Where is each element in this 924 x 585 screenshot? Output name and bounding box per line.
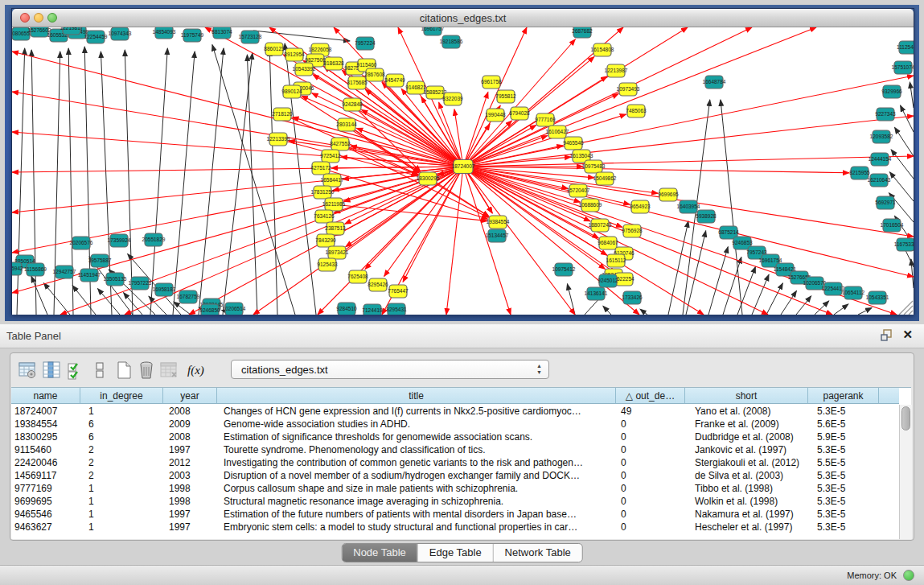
graph-node[interactable]: 16958187: [153, 283, 176, 296]
graph-node[interactable]: 19575887: [88, 254, 112, 267]
graph-node[interactable]: 9684067: [598, 237, 618, 249]
table-settings-icon[interactable]: [17, 360, 38, 381]
graph-node[interactable]: 16106427: [546, 126, 569, 138]
table-row[interactable]: 977716911998Corpus callosum shape and si…: [11, 482, 890, 495]
graph-node[interactable]: 8427552: [330, 138, 351, 150]
graph-node[interactable]: 17359924: [108, 234, 131, 247]
column-header-year[interactable]: year: [163, 388, 217, 404]
graph-node[interactable]: 8813074: [211, 27, 232, 39]
graph-node[interactable]: 7765447: [388, 285, 409, 298]
graph-node[interactable]: 2387513: [325, 222, 346, 235]
delete-table-icon[interactable]: [158, 360, 179, 381]
table-row[interactable]: 1456911722003Disruption of a novel membe…: [11, 469, 890, 482]
table-scrollbar[interactable]: [899, 405, 912, 539]
graph-node[interactable]: 12942757: [53, 266, 76, 278]
graph-node[interactable]: 19384554: [487, 216, 510, 229]
graph-node[interactable]: 9246850: [199, 304, 220, 315]
graph-node[interactable]: 8295431: [386, 303, 407, 315]
graph-node[interactable]: 7955812: [495, 90, 516, 103]
show-columns-icon[interactable]: [41, 360, 62, 381]
close-panel-icon[interactable]: ✕: [902, 328, 913, 342]
graph-node[interactable]: 18973421: [326, 246, 349, 259]
table-row[interactable]: 1938455462009Genome-wide association stu…: [11, 418, 890, 431]
graph-node[interactable]: 11156869: [24, 263, 47, 276]
graph-node[interactable]: 9756928: [622, 225, 643, 237]
graph-node[interactable]: 10973493: [617, 83, 640, 96]
graph-node[interactable]: 11975749: [181, 29, 204, 42]
column-header-short[interactable]: short: [685, 388, 808, 404]
graph-node[interactable]: 16154808: [591, 43, 614, 56]
table-scrollbar-thumb[interactable]: [901, 406, 910, 431]
graph-node[interactable]: 19218586: [440, 35, 463, 48]
graph-node[interactable]: 15720407: [567, 184, 590, 197]
graph-node[interactable]: 16403954: [677, 200, 700, 213]
table-row[interactable]: 969969511998Structural magnetic resonanc…: [11, 495, 890, 508]
graph-node[interactable]: 11125444: [897, 41, 914, 54]
graph-node[interactable]: 9227343: [875, 108, 896, 121]
graph-node[interactable]: 3915942: [12, 262, 23, 275]
graph-node[interactable]: 9465546: [563, 137, 584, 150]
graph-node[interactable]: 12254459: [84, 31, 108, 43]
graph-node[interactable]: 8186328: [323, 57, 344, 70]
graph-node[interactable]: 11451947: [78, 269, 101, 282]
graph-node[interactable]: 20551829: [142, 233, 166, 246]
select-rows-icon[interactable]: [65, 360, 86, 381]
column-header-title[interactable]: title: [217, 388, 616, 404]
delete-icon[interactable]: [136, 360, 157, 381]
graph-node[interactable]: 2718120: [272, 108, 293, 121]
graph-node[interactable]: 7124419: [362, 304, 383, 315]
new-table-icon[interactable]: [113, 360, 134, 381]
graph-node[interactable]: 9242848: [342, 98, 363, 111]
graph-node[interactable]: 11675338: [894, 238, 914, 251]
graph-node[interactable]: 10206514: [223, 303, 246, 315]
graph-node[interactable]: 2687682: [572, 27, 593, 38]
graph-hub-node[interactable]: 18724007: [452, 160, 475, 174]
citation-network-graph[interactable]: 8860123891295418226058982750981863281054…: [12, 27, 914, 315]
graph-node[interactable]: 16961757: [421, 27, 445, 35]
graph-node[interactable]: 10543351: [866, 291, 889, 304]
graph-node[interactable]: 7485063: [626, 105, 647, 117]
table-row[interactable]: 946362711997Embryonic stem cells: a mode…: [11, 521, 890, 534]
graph-node[interactable]: 5938928: [696, 210, 717, 223]
graph-node[interactable]: 16211985: [322, 198, 346, 211]
tab-node-table[interactable]: Node Table: [342, 544, 418, 562]
graph-node[interactable]: 17831250: [311, 186, 335, 199]
graph-node[interactable]: 1615112: [606, 254, 626, 267]
graph-node[interactable]: 9245012: [598, 274, 618, 287]
graph-node[interactable]: 13505135: [104, 273, 127, 286]
graph-node[interactable]: 12213987: [605, 64, 628, 77]
function-builder-icon[interactable]: f(x): [187, 364, 204, 377]
graph-node[interactable]: 8454749: [384, 74, 405, 87]
graph-node[interactable]: 9329966: [881, 85, 902, 98]
graph-node[interactable]: 15723128: [239, 31, 262, 43]
graph-node[interactable]: 9284510: [336, 303, 357, 315]
graph-node[interactable]: 17957223: [129, 277, 152, 290]
graph-node[interactable]: 7625408: [347, 270, 368, 283]
graph-node[interactable]: 2867608: [364, 68, 385, 81]
graph-node[interactable]: 10975412: [552, 263, 576, 276]
graph-node[interactable]: 8860123: [264, 43, 285, 56]
graph-node[interactable]: 9777169: [535, 113, 556, 126]
table-row[interactable]: 2242004622012Investigating the contribut…: [11, 456, 890, 469]
column-header-out_de[interactable]: △ out_de…: [616, 388, 685, 404]
graph-node[interactable]: 9725412: [320, 150, 341, 163]
graph-node[interactable]: 15134457: [486, 229, 509, 242]
graph-node[interactable]: 10975483: [582, 160, 606, 173]
graph-node[interactable]: 9654923: [630, 200, 651, 213]
graph-node[interactable]: 12093582: [870, 130, 893, 143]
table-row[interactable]: 946554611997Estimation of the future num…: [11, 508, 890, 521]
graph-node[interactable]: 6794028: [509, 107, 530, 120]
graph-node[interactable]: 2803144: [336, 118, 357, 131]
tab-edge-table[interactable]: Edge Table: [418, 544, 494, 562]
graph-node[interactable]: 17016504: [881, 219, 904, 232]
graph-node[interactable]: 10974343: [109, 27, 132, 40]
graph-node[interactable]: 7957224: [355, 37, 376, 50]
graph-node[interactable]: 15751074: [892, 61, 914, 74]
table-row[interactable]: 1872400712008Changes of HCN gene express…: [11, 405, 890, 418]
graph-node[interactable]: 16210643: [868, 174, 891, 187]
graph-node[interactable]: 8912954: [284, 48, 305, 61]
graph-node[interactable]: 7843290: [315, 234, 336, 247]
table-row[interactable]: 911546021997Tourette syndrome. Phenomeno…: [11, 443, 890, 456]
graph-node[interactable]: 9699695: [658, 188, 679, 201]
graph-node[interactable]: 16584417: [321, 174, 344, 187]
